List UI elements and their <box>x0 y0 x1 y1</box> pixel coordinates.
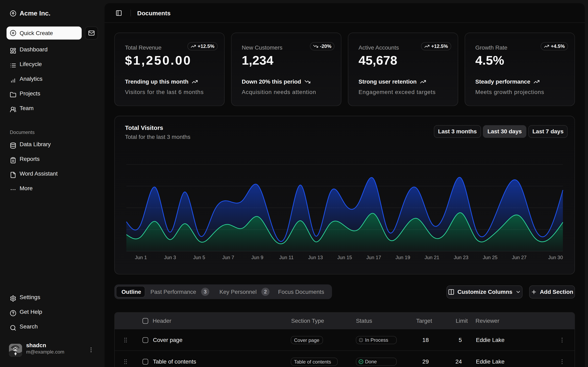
svg-text:Jun 17: Jun 17 <box>366 255 381 260</box>
svg-text:Jun 3: Jun 3 <box>164 255 176 260</box>
svg-text:Jun 9: Jun 9 <box>251 255 263 260</box>
svg-text:Jun 1: Jun 1 <box>135 255 147 260</box>
svg-text:Jun 19: Jun 19 <box>396 255 410 260</box>
svg-text:Jun 27: Jun 27 <box>512 255 527 260</box>
svg-text:Jun 21: Jun 21 <box>425 255 439 260</box>
svg-text:Jun 25: Jun 25 <box>483 255 498 260</box>
svg-text:Jun 7: Jun 7 <box>222 255 234 260</box>
svg-text:Jun 11: Jun 11 <box>279 255 294 260</box>
svg-text:Jun 13: Jun 13 <box>308 255 323 260</box>
svg-text:Jun 5: Jun 5 <box>193 255 205 260</box>
svg-text:Jun 23: Jun 23 <box>454 255 468 260</box>
svg-text:Jun 15: Jun 15 <box>337 255 352 260</box>
svg-text:Jun 30: Jun 30 <box>548 255 563 260</box>
